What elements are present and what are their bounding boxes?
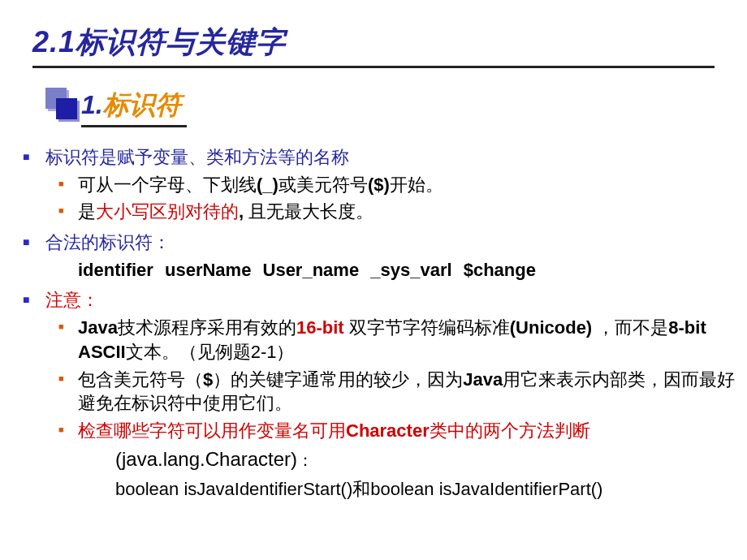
b1-title: 标识符是赋予变量、类和方法等的名称: [45, 147, 349, 167]
identifier-examples: identifier userName User_name _sys_varl …: [45, 258, 747, 282]
b3-title: 注意：: [45, 290, 99, 310]
bullet-3: 注意： Java技术源程序采用有效的16-bit 双字节字符编码标准(Unico…: [16, 288, 747, 501]
b3-line1: (java.lang.Character)：: [45, 446, 747, 472]
bullet-2: 合法的标识符： identifier userName User_name _s…: [16, 230, 747, 282]
b3-sub1: Java技术源程序采用有效的16-bit 双字节字符编码标准(Unicode) …: [45, 316, 747, 364]
subsection-heading: 1.标识符: [81, 88, 747, 127]
b1-sub2: 是大小写区别对待的, 且无最大长度。: [45, 200, 747, 224]
bullet-1: 标识符是赋予变量、类和方法等的名称 可从一个字母、下划线(_)或美元符号($)开…: [16, 145, 747, 224]
sub-text: 标识符: [103, 90, 181, 119]
sub-title: 1.标识符: [81, 88, 747, 123]
b3-line2: boolean isJavaIdentifierStart()和boolean …: [45, 477, 747, 502]
cube-icon: [45, 88, 67, 109]
b3-sub3: 检查哪些字符可以用作变量名可用Character类中的两个方法判断: [45, 419, 747, 443]
b3-sub2: 包含美元符号（$）的关键字通常用的较少，因为Java用它来表示内部类，因而最好避…: [45, 368, 747, 416]
heading-title: 2.1标识符与关键字: [32, 23, 747, 62]
b2-title: 合法的标识符：: [45, 232, 171, 252]
sub-num: 1.: [81, 90, 103, 119]
slide-content: 标识符是赋予变量、类和方法等的名称 可从一个字母、下划线(_)或美元符号($)开…: [16, 145, 747, 502]
section-heading: 2.1标识符与关键字: [0, 0, 747, 68]
sub-underline: [81, 125, 187, 127]
heading-underline: [32, 66, 715, 68]
b1-sub1: 可从一个字母、下划线(_)或美元符号($)开始。: [45, 173, 747, 197]
